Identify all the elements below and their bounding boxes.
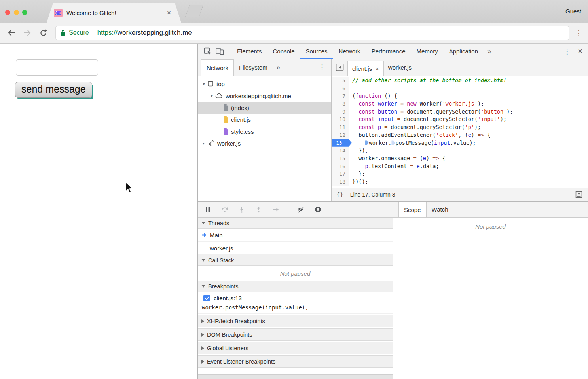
inspect-element-icon[interactable]	[203, 46, 213, 57]
thread-item-Main[interactable]: Main	[198, 229, 393, 242]
disclosure-expanded-icon[interactable]: ▾	[209, 94, 214, 98]
minimize-window-button[interactable]	[14, 10, 19, 15]
inline-breakpoint-icon[interactable]	[365, 140, 369, 145]
new-tab-button[interactable]	[185, 5, 203, 17]
browser-tab[interactable]: Welcome to Glitch! ×	[47, 3, 181, 23]
line-number-12[interactable]: 12	[332, 131, 349, 139]
send-message-button[interactable]: send message	[15, 82, 92, 98]
devtools-close-icon[interactable]: ×	[575, 47, 588, 56]
code-text-line-18: })();	[349, 178, 368, 186]
call-stack-section-header[interactable]: Call Stack	[198, 255, 393, 266]
breakpoint-marker[interactable]: 13	[332, 139, 352, 147]
code-text-line-10: const input = document.querySelector('in…	[349, 116, 506, 123]
pretty-print-button[interactable]: {}	[336, 191, 344, 198]
back-button[interactable]	[6, 28, 17, 38]
tree-item-style.css[interactable]: style.css	[198, 125, 331, 137]
line-number-10[interactable]: 10	[332, 116, 349, 123]
forward-button[interactable]	[22, 28, 32, 38]
line-number-11[interactable]: 11	[332, 123, 349, 131]
pause-on-exceptions-button[interactable]	[314, 206, 321, 213]
threads-section-header[interactable]: Threads	[198, 218, 393, 229]
section-header-xhr-fetch-breakpoints[interactable]: XHR/fetch Breakpoints	[198, 315, 393, 327]
devtools-menu-icon[interactable]: ⋮	[559, 47, 575, 56]
breakpoints-section-title: Breakpoints	[208, 283, 239, 290]
line-number-17[interactable]: 17	[332, 170, 349, 178]
tab-close-icon[interactable]: ×	[167, 9, 171, 16]
resume-pause-button[interactable]	[204, 206, 211, 213]
current-thread-icon	[202, 232, 210, 238]
breakpoint-checkbox[interactable]	[203, 295, 210, 301]
line-number-18[interactable]: 18	[332, 178, 349, 186]
scope-watch-tab-scope[interactable]: Scope	[398, 202, 427, 217]
devtools-tab-sources[interactable]: Sources	[300, 44, 333, 59]
devtools-tab-network[interactable]: Network	[333, 44, 366, 59]
collapse-sidebar-icon[interactable]	[332, 59, 347, 76]
profile-guest-label[interactable]: Guest	[565, 8, 581, 15]
tree-item-workerstepping.glitch.me[interactable]: ▾workerstepping.glitch.me	[198, 90, 331, 102]
disclosure-expanded-icon[interactable]: ▾	[201, 82, 207, 86]
line-number-13[interactable]: 13	[332, 139, 349, 147]
code-line: 16 p.textContent = e.data;	[332, 163, 588, 171]
section-header-event-listener-breakpoints[interactable]: Event Listener Breakpoints	[198, 355, 393, 368]
reload-button[interactable]	[38, 28, 48, 38]
devtools-tab-application[interactable]: Application	[444, 44, 484, 59]
step-out-button[interactable]	[255, 206, 262, 213]
toggle-drawer-icon[interactable]	[575, 191, 582, 198]
devtools-tab-console[interactable]: Console	[267, 44, 300, 59]
inline-breakpoint-candidate-icon[interactable]	[391, 140, 395, 145]
tree-item-worker.js[interactable]: ▸worker.js	[198, 137, 331, 149]
line-number-14[interactable]: 14	[332, 147, 349, 155]
zoom-window-button[interactable]	[22, 10, 27, 15]
close-window-button[interactable]	[5, 10, 10, 15]
line-number-15[interactable]: 15	[332, 155, 349, 163]
tree-item-client.js[interactable]: client.js	[198, 114, 331, 125]
breakpoint-location-label: client.js:13	[214, 295, 242, 301]
address-bar[interactable]: Secure https://workerstepping.glitch.me	[55, 26, 569, 40]
code-line: 5// add other scripts at the bottom of i…	[332, 77, 588, 85]
line-number-5[interactable]: 5	[332, 77, 349, 85]
line-number-6[interactable]: 6	[332, 85, 349, 93]
browser-menu-icon[interactable]: ⋮	[575, 28, 582, 38]
step-over-button[interactable]	[221, 206, 228, 213]
line-number-16[interactable]: 16	[332, 163, 349, 171]
breakpoint-row[interactable]: client.js:13	[203, 295, 393, 301]
sources-lower-area: Threads Mainworker.js Call Stack Not pau…	[198, 202, 588, 379]
navigator-more-tabs-icon[interactable]: »	[273, 59, 284, 76]
navigator-tab-network[interactable]: Network	[201, 59, 234, 76]
deactivate-breakpoints-button[interactable]	[297, 206, 304, 213]
code-text-line-9: const button = document.querySelector('b…	[349, 108, 513, 116]
editor-tab-client-js[interactable]: client.js×	[347, 61, 384, 76]
device-toolbar-icon[interactable]	[214, 46, 225, 57]
mouse-cursor-icon	[125, 182, 133, 195]
tab-close-icon[interactable]: ×	[376, 65, 379, 72]
devtools-tab-elements[interactable]: Elements	[231, 44, 267, 59]
frame-icon	[207, 81, 214, 87]
step-button[interactable]	[272, 206, 279, 213]
tree-item-top[interactable]: ▾top	[198, 78, 331, 90]
navigator-menu-icon[interactable]: ⋮	[313, 59, 331, 76]
disclosure-expanded-icon	[201, 259, 205, 262]
code-lines[interactable]: 5// add other scripts at the bottom of i…	[332, 76, 588, 188]
message-input[interactable]	[16, 59, 98, 76]
line-number-8[interactable]: 8	[332, 100, 349, 108]
navigator-tab-filesystem[interactable]: Filesystem	[234, 59, 273, 76]
more-tabs-icon[interactable]: »	[484, 47, 495, 55]
security-label: Secure	[69, 29, 89, 36]
disclosure-collapsed-icon[interactable]: ▸	[201, 141, 207, 146]
devtools-tab-memory[interactable]: Memory	[411, 44, 444, 59]
tree-item-label: worker.js	[217, 140, 241, 147]
section-header-global-listeners[interactable]: Global Listeners	[198, 342, 393, 354]
code-text-line-6	[349, 85, 352, 93]
tree-item--index-[interactable]: (index)	[198, 102, 331, 114]
line-number-9[interactable]: 9	[332, 108, 349, 116]
code-line: 8 const worker = new Worker('worker.js')…	[332, 100, 588, 108]
breakpoints-section-header[interactable]: Breakpoints	[198, 281, 393, 292]
step-into-button[interactable]	[238, 206, 245, 213]
line-number-7[interactable]: 7	[332, 92, 349, 100]
section-header-dom-breakpoints[interactable]: DOM Breakpoints	[198, 328, 393, 341]
scope-watch-tab-watch[interactable]: Watch	[427, 202, 453, 217]
devtools-tab-performance[interactable]: Performance	[366, 44, 411, 59]
thread-item-worker-js[interactable]: worker.js	[198, 242, 393, 255]
editor-tab-worker-js[interactable]: worker.js	[384, 59, 416, 76]
thread-label: worker.js	[210, 245, 233, 252]
